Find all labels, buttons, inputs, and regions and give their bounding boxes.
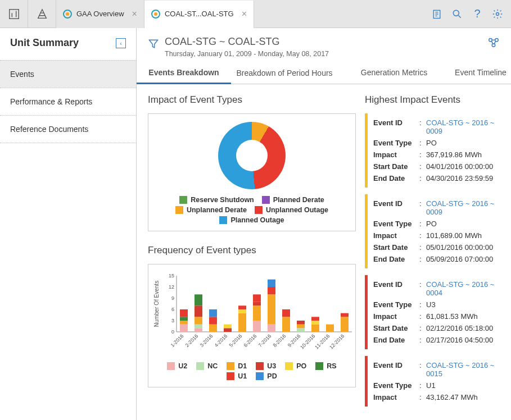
svg-rect-61 bbox=[341, 317, 349, 332]
field-label: Impact bbox=[373, 393, 419, 401]
legend-item: Unplanned Outage bbox=[255, 206, 328, 214]
svg-rect-46 bbox=[268, 280, 275, 287]
event-card: Event ID:COAL-STG ~ 2016 ~ 0009Event Typ… bbox=[365, 113, 504, 188]
legend-item: D1 bbox=[227, 362, 247, 370]
field-value: 05/09/2016 07:00:00 bbox=[426, 255, 504, 263]
frequency-bar-chart: Number Of Events036912151-20162-20163-20… bbox=[148, 264, 356, 387]
frequency-section-title: Frequency of Event types bbox=[148, 245, 356, 256]
svg-rect-56 bbox=[311, 321, 319, 325]
tab-event-timeline[interactable]: Event Timeline bbox=[450, 62, 511, 84]
legend-item: Reserve Shutdown bbox=[179, 196, 254, 204]
field-value: U3 bbox=[426, 300, 504, 309]
field-value: 101,689.00 MWh bbox=[426, 231, 504, 240]
svg-rect-17 bbox=[180, 321, 188, 325]
field-label: Event Type bbox=[373, 381, 419, 390]
svg-text:3-2016: 3-2016 bbox=[199, 334, 214, 349]
events-list: Event ID:COAL-STG ~ 2016 ~ 0009Event Typ… bbox=[365, 113, 504, 407]
donut-chart bbox=[218, 122, 286, 189]
svg-text:8-2016: 8-2016 bbox=[272, 334, 287, 349]
field-label: Impact bbox=[373, 150, 419, 159]
field-label: Event Type bbox=[373, 300, 419, 309]
tab-generation-metrics[interactable]: Generation Metrics bbox=[338, 62, 450, 84]
field-value: PO bbox=[426, 139, 504, 147]
search-icon[interactable] bbox=[448, 5, 466, 23]
field-value: 43,162.47 MWh bbox=[426, 393, 504, 401]
svg-rect-39 bbox=[253, 306, 261, 321]
svg-point-3 bbox=[496, 12, 499, 15]
svg-point-2 bbox=[453, 10, 459, 16]
page-title: COAL-STG ~ COAL-STG bbox=[165, 36, 329, 48]
high-impact-column: Highest Impact Events Event ID:COAL-STG … bbox=[361, 84, 511, 420]
field-value: 04/01/2016 00:00:00 bbox=[426, 162, 504, 171]
tab-events-breakdown[interactable]: Events Breakdown bbox=[137, 62, 231, 84]
legend-item: PD bbox=[256, 372, 277, 380]
tab-gaa-overview[interactable]: GAA Overview × bbox=[56, 0, 144, 28]
sidebar-item-reference-documents[interactable]: Reference Documents bbox=[0, 115, 136, 143]
field-value[interactable]: COAL-STG ~ 2016 ~ 0009 bbox=[426, 118, 504, 135]
sidebar-item-label: Performance & Reports bbox=[10, 97, 92, 106]
top-bar: GAA Overview × COAL-ST...OAL-STG × ? bbox=[0, 0, 511, 28]
clipboard-icon[interactable] bbox=[428, 5, 446, 23]
field-label: Impact bbox=[373, 312, 419, 321]
field-label: Start Date bbox=[373, 162, 419, 171]
svg-text:7-2016: 7-2016 bbox=[257, 334, 273, 349]
svg-text:Number Of Events: Number Of Events bbox=[153, 281, 160, 327]
bar-chart-svg: Number Of Events036912151-20162-20163-20… bbox=[153, 272, 355, 357]
svg-text:6: 6 bbox=[171, 307, 174, 312]
field-label: Event ID bbox=[373, 280, 419, 297]
impact-section-title: Impact of Event Types bbox=[148, 94, 356, 106]
sidebar-title: Unit Summary bbox=[10, 37, 79, 49]
field-value: 61,081.53 MWh bbox=[426, 312, 504, 321]
svg-text:1-2016: 1-2016 bbox=[170, 334, 185, 349]
content-tabs: Events Breakdown Breakdown of Period Hou… bbox=[137, 62, 511, 84]
field-label: Event ID bbox=[373, 118, 419, 135]
nav-hierarchy-icon[interactable] bbox=[28, 0, 56, 28]
svg-text:12-2016: 12-2016 bbox=[328, 334, 345, 350]
svg-text:11-2016: 11-2016 bbox=[314, 334, 331, 350]
svg-text:4-2016: 4-2016 bbox=[214, 334, 229, 349]
sidebar-item-label: Events bbox=[10, 70, 34, 79]
svg-rect-29 bbox=[209, 309, 217, 317]
field-label: End Date bbox=[373, 336, 419, 344]
field-value[interactable]: COAL-STG ~ 2016 ~ 0015 bbox=[426, 361, 504, 378]
field-value[interactable]: COAL-STG ~ 2016 ~ 0009 bbox=[426, 199, 504, 216]
filter-icon[interactable] bbox=[148, 38, 159, 51]
help-icon[interactable]: ? bbox=[468, 5, 486, 23]
svg-rect-0 bbox=[9, 9, 19, 19]
svg-rect-55 bbox=[311, 325, 319, 332]
svg-rect-34 bbox=[238, 313, 246, 332]
gear-icon[interactable] bbox=[489, 5, 507, 23]
field-label: Start Date bbox=[373, 243, 419, 252]
tab-coal-stg[interactable]: COAL-ST...OAL-STG × bbox=[144, 1, 254, 29]
legend-item: Planned Outage bbox=[219, 216, 284, 224]
legend-item: U3 bbox=[256, 362, 276, 370]
page-header: COAL-STG ~ COAL-STG Thursday, January 01… bbox=[137, 28, 511, 60]
svg-rect-48 bbox=[282, 317, 290, 332]
svg-rect-43 bbox=[268, 325, 275, 332]
sidebar-item-label: Reference Documents bbox=[10, 125, 88, 134]
svg-rect-44 bbox=[268, 295, 275, 325]
field-label: Start Date bbox=[373, 324, 419, 332]
sidebar-item-events[interactable]: Events bbox=[0, 60, 136, 88]
close-icon[interactable]: × bbox=[132, 9, 137, 19]
close-icon[interactable]: × bbox=[242, 9, 247, 19]
field-value: 02/12/2016 05:18:00 bbox=[426, 324, 504, 332]
nav-dashboard-icon[interactable] bbox=[0, 0, 28, 28]
charts-column: Impact of Event Types Reserve ShutdownPl… bbox=[137, 84, 361, 420]
tab-breakdown-period-hours[interactable]: Breakdown of Period Hours bbox=[231, 62, 338, 84]
svg-text:3: 3 bbox=[171, 318, 174, 323]
donut-legend: Reserve ShutdownPlanned DerateUnplanned … bbox=[153, 196, 351, 224]
svg-text:12: 12 bbox=[169, 284, 174, 290]
field-value[interactable]: COAL-STG ~ 2016 ~ 0004 bbox=[426, 280, 504, 297]
svg-rect-25 bbox=[195, 295, 202, 306]
field-value: 02/17/2016 04:50:00 bbox=[426, 336, 504, 344]
sidebar-item-performance-reports[interactable]: Performance & Reports bbox=[0, 88, 136, 115]
relations-icon[interactable] bbox=[487, 36, 500, 50]
field-label: End Date bbox=[373, 174, 419, 182]
field-label: Impact bbox=[373, 231, 419, 240]
field-label: Event Type bbox=[373, 139, 419, 147]
field-label: Event ID bbox=[373, 199, 419, 216]
svg-rect-41 bbox=[253, 295, 261, 302]
collapse-sidebar-button[interactable]: ‹ bbox=[116, 38, 126, 48]
svg-rect-23 bbox=[195, 317, 202, 325]
